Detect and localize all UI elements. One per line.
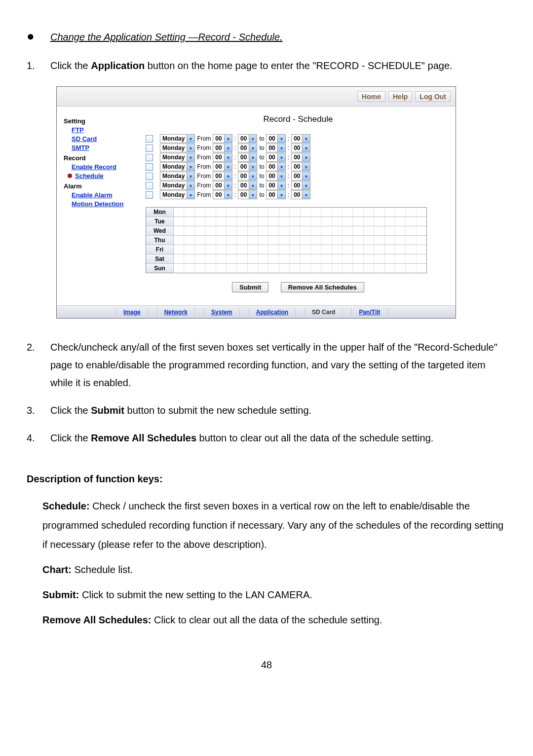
dropdown[interactable]: 00▾ [291,190,310,199]
sidebar-item-schedule[interactable]: Schedule [68,172,142,180]
dropdown[interactable]: 00▾ [213,134,232,143]
home-button[interactable]: Home [357,91,385,102]
grid-cell [195,226,205,235]
dropdown[interactable]: 00▾ [238,162,257,171]
grid-cell [258,264,268,273]
dropdown[interactable]: Monday▾ [160,190,195,199]
dropdown[interactable]: Monday▾ [160,153,195,162]
dropdown[interactable]: 00▾ [266,134,285,143]
help-button[interactable]: Help [388,91,412,102]
dropdown[interactable]: 00▾ [266,153,285,162]
description-heading: Description of function keys: [27,473,506,485]
logout-button[interactable]: Log Out [415,91,451,102]
grid-cell [184,208,194,216]
grid-cell [258,245,268,254]
grid-cell [343,236,353,245]
dropdown[interactable]: 00▾ [238,134,257,143]
enable-checkbox[interactable] [146,163,153,171]
dropdown[interactable]: 00▾ [266,172,285,180]
step-text: button to clear out all the data of the … [196,432,433,443]
sidebar-item-ftp[interactable]: FTP [72,126,142,134]
enable-checkbox[interactable] [146,144,153,152]
grid-cell [184,264,194,273]
tab-sdcard[interactable]: SD Card [305,308,343,317]
dropdown[interactable]: 00▾ [238,172,257,180]
sidebar-item-enable-alarm[interactable]: Enable Alarm [72,191,142,199]
chevron-down-icon: ▾ [187,153,194,161]
enable-checkbox[interactable] [146,154,153,161]
dropdown[interactable]: Monday▾ [160,144,195,152]
sidebar-item-motion-detection[interactable]: Motion Detection [72,200,142,208]
to-label: to [259,173,264,180]
grid-cell [311,226,321,235]
dropdown[interactable]: 00▾ [238,190,257,199]
grid-cell [216,245,227,254]
grid-cell [374,245,384,254]
dropdown[interactable]: 00▾ [266,190,285,199]
remove-all-button[interactable]: Remove All Schedules [281,282,364,292]
grid-cell [301,254,311,263]
tab-application[interactable]: Application [249,308,296,317]
dropdown[interactable]: Monday▾ [160,181,195,190]
grid-cell [406,226,416,235]
page-title: Record - Schedule [146,114,451,124]
dropdown[interactable]: 00▾ [291,153,310,162]
dropdown[interactable]: 00▾ [213,153,232,162]
tab-image[interactable]: Image [116,308,148,317]
section-title: Change the Application Setting —Record -… [50,32,283,43]
grid-cell [174,208,184,216]
dropdown[interactable]: 00▾ [266,144,285,152]
sidebar-item-sdcard[interactable]: SD Card [72,135,142,143]
schedule-row: Monday▾From00▾:00▾to00▾:00▾ [146,172,451,180]
dropdown[interactable]: 00▾ [238,153,257,162]
enable-checkbox[interactable] [146,173,153,180]
enable-checkbox[interactable] [146,135,153,143]
grid-cell [385,226,395,235]
submit-button[interactable]: Submit [232,282,268,292]
grid-cell [364,264,374,273]
colon: : [288,154,289,161]
tab-system[interactable]: System [204,308,240,317]
grid-cell [417,254,426,263]
dropdown[interactable]: Monday▾ [160,162,195,171]
dropdown[interactable]: 00▾ [238,181,257,190]
dropdown[interactable]: 00▾ [213,172,232,180]
grid-cell [374,254,384,263]
dropdown[interactable]: 00▾ [213,181,232,190]
dropdown[interactable]: 00▾ [291,181,310,190]
dropdown[interactable]: Monday▾ [160,172,195,180]
tab-pantilt[interactable]: Pan/Tilt [351,308,387,317]
enable-checkbox[interactable] [146,191,153,199]
sidebar-heading-setting: Setting [64,117,142,125]
dropdown[interactable]: 00▾ [238,144,257,152]
colon: : [234,191,236,198]
grid-cell [268,264,279,273]
grid-cell [385,254,395,263]
page-number: 48 [27,659,506,671]
grid-cell [237,254,247,263]
dropdown[interactable]: 00▾ [291,134,310,143]
grid-cell [205,254,216,263]
dropdown[interactable]: 00▾ [213,162,232,171]
dropdown[interactable]: 00▾ [213,190,232,199]
tab-network[interactable]: Network [157,308,195,317]
sidebar-item-smtp[interactable]: SMTP [72,144,142,151]
dropdown[interactable]: 00▾ [266,162,285,171]
to-label: to [259,154,264,161]
dropdown[interactable]: 00▾ [213,144,232,152]
grid-cell [227,254,237,263]
dropdown[interactable]: 00▾ [291,144,310,152]
sidebar-heading-alarm: Alarm [64,182,142,190]
grid-cell [395,226,406,235]
grid-day-label: Sun [146,264,174,273]
sidebar-item-enable-record[interactable]: Enable Record [72,163,142,171]
grid-cell [311,208,321,216]
enable-checkbox[interactable] [146,182,153,189]
chevron-down-icon: ▾ [187,163,194,171]
dropdown[interactable]: Monday▾ [160,134,195,143]
grid-cell [258,208,268,216]
dropdown[interactable]: 00▾ [291,172,310,180]
dropdown[interactable]: 00▾ [266,181,285,190]
grid-cell [321,226,332,235]
dropdown[interactable]: 00▾ [291,162,310,171]
